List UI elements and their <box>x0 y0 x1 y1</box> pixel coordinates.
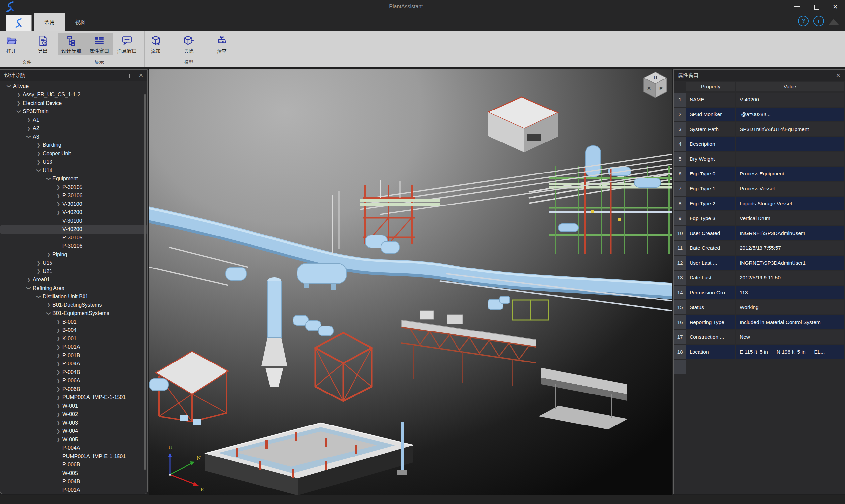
property-value-cell[interactable]: New <box>736 330 844 344</box>
chevron-right-icon[interactable]: ❯ <box>35 160 42 165</box>
tree-item[interactable]: ❯Refining Area <box>0 284 147 292</box>
close-panel-icon[interactable]: ✕ <box>836 72 841 79</box>
property-name-cell[interactable]: Description <box>686 137 735 151</box>
property-name-cell[interactable]: Reporting Type <box>686 315 735 329</box>
tree-item[interactable]: ❯U13 <box>0 158 147 166</box>
chevron-right-icon[interactable]: ❯ <box>25 126 33 131</box>
tree-item[interactable]: ❯Cooper Unit <box>0 149 147 158</box>
tree-item[interactable]: ❯A3 <box>0 132 147 141</box>
property-name-cell[interactable]: Eqp Type 2 <box>686 197 735 211</box>
chevron-right-icon[interactable]: ❯ <box>45 252 52 257</box>
tree-item[interactable]: ❯Piping <box>0 250 147 259</box>
property-name-cell[interactable]: Eqp Type 0 <box>686 167 735 181</box>
property-value-cell[interactable]: E 115 ft 5 in N 196 ft 5 in EL... <box>736 345 844 359</box>
tree-item[interactable]: ❯Equipment <box>0 175 147 183</box>
property-name-cell[interactable]: System Path <box>686 122 735 136</box>
chevron-right-icon[interactable]: ❯ <box>54 210 63 215</box>
chevron-right-icon[interactable]: ❯ <box>35 260 42 266</box>
tree-item[interactable]: ❯Distillation Unit B01 <box>0 292 147 301</box>
chevron-down-icon[interactable]: ❯ <box>36 166 41 175</box>
chevron-right-icon[interactable]: ❯ <box>54 412 63 417</box>
tree-item[interactable]: ❯PUMP001A_IMP-E-1-1501 <box>0 394 147 402</box>
tree-scrollbar[interactable] <box>144 94 145 470</box>
float-panel-icon[interactable] <box>129 74 134 78</box>
open-button[interactable]: 打开 <box>0 33 25 55</box>
property-value-cell[interactable]: Liquids Storage Vessel <box>736 197 844 211</box>
tree-item[interactable]: ❯B01-DuctingSystems <box>0 301 147 309</box>
collapse-ribbon-icon[interactable] <box>828 19 839 25</box>
tree-item[interactable]: ❯K-001 <box>0 335 147 343</box>
chevron-right-icon[interactable]: ❯ <box>15 92 23 97</box>
tree-item[interactable]: ❯W-005 <box>0 435 147 444</box>
message-window-button[interactable]: 消息窗口 <box>113 33 141 55</box>
property-name-cell[interactable]: Date Last ... <box>686 271 735 285</box>
viewport-3d[interactable]: U S E U N E <box>149 69 672 495</box>
property-value-cell[interactable]: 2012/5/19 9:11:50 <box>736 271 844 285</box>
tree-item[interactable]: W-005 <box>0 469 147 478</box>
tree-item[interactable]: ❯V-40200 <box>0 209 147 217</box>
property-value-cell[interactable]: Vertical Drum <box>736 212 844 225</box>
tree-item[interactable]: ❯U21 <box>0 267 147 276</box>
property-column-header[interactable]: Property <box>686 82 735 91</box>
tree-item[interactable]: P-30105 <box>0 234 147 242</box>
chevron-right-icon[interactable]: ❯ <box>54 437 63 442</box>
property-value-cell[interactable]: INGRNET\SP3DAdminUser1 <box>736 256 844 270</box>
tree-item[interactable]: ❯P-006A <box>0 377 147 385</box>
property-value-cell[interactable]: INGRNET\SP3DAdminUser1 <box>736 226 844 240</box>
property-name-cell[interactable]: NAME <box>686 93 735 107</box>
property-name-cell[interactable]: User Created <box>686 226 735 240</box>
chevron-right-icon[interactable]: ❯ <box>35 151 42 156</box>
property-value-cell[interactable] <box>736 152 844 166</box>
tree-item[interactable]: P-004A <box>0 444 147 452</box>
chevron-down-icon[interactable]: ❯ <box>27 284 31 292</box>
property-name-cell[interactable]: Dry Weight <box>686 152 735 166</box>
tree-item[interactable]: P-001A <box>0 486 147 494</box>
chevron-down-icon[interactable]: ❯ <box>6 83 12 90</box>
design-navigation-button[interactable]: 设计导航 <box>58 33 86 55</box>
restore-button[interactable] <box>807 0 826 13</box>
tree-item[interactable]: ❯P-006B <box>0 385 147 394</box>
tree-item[interactable]: V-30100 <box>0 217 147 225</box>
chevron-right-icon[interactable]: ❯ <box>54 336 63 341</box>
chevron-right-icon[interactable]: ❯ <box>45 303 52 307</box>
property-value-cell[interactable] <box>736 137 844 151</box>
property-value-cell[interactable]: V-40200 <box>736 93 844 107</box>
tree-item[interactable]: ❯Building <box>0 141 147 150</box>
tree-item[interactable]: ❯W-002 <box>0 410 147 419</box>
chevron-down-icon[interactable]: ❯ <box>46 309 51 317</box>
chevron-right-icon[interactable]: ❯ <box>54 361 63 366</box>
tree-item[interactable]: ❯P-004A <box>0 360 147 368</box>
float-panel-icon[interactable] <box>827 74 831 78</box>
tree-item[interactable]: ❯All.vue <box>0 82 147 91</box>
tree-item[interactable]: ❯W-004 <box>0 427 147 436</box>
chevron-right-icon[interactable]: ❯ <box>54 386 63 392</box>
close-button[interactable]: ✕ <box>826 0 845 13</box>
clear-button[interactable]: 清空 <box>208 33 235 55</box>
tree-item[interactable]: ❯P-30106 <box>0 192 147 200</box>
chevron-right-icon[interactable]: ❯ <box>54 193 63 198</box>
chevron-down-icon[interactable]: ❯ <box>27 133 31 141</box>
tree-item[interactable]: ❯U14 <box>0 166 147 175</box>
chevron-right-icon[interactable]: ❯ <box>15 101 23 106</box>
chevron-right-icon[interactable]: ❯ <box>54 201 63 206</box>
chevron-right-icon[interactable]: ❯ <box>25 118 33 122</box>
tree-item[interactable]: ❯B-001 <box>0 318 147 326</box>
chevron-right-icon[interactable]: ❯ <box>54 319 63 324</box>
info-button[interactable]: i <box>813 16 824 26</box>
chevron-right-icon[interactable]: ❯ <box>35 269 42 274</box>
property-name-cell[interactable]: Construction ... <box>686 330 735 344</box>
help-button[interactable]: ? <box>798 16 809 26</box>
property-name-cell[interactable]: Date Created <box>686 241 735 255</box>
property-value-cell[interactable]: @a=0028!!... <box>736 108 844 121</box>
chevron-right-icon[interactable]: ❯ <box>54 403 63 408</box>
remove-button[interactable]: 去除 <box>175 33 203 55</box>
tree-item[interactable]: ❯P-30105 <box>0 183 147 192</box>
close-panel-icon[interactable]: ✕ <box>139 72 143 79</box>
tree-item[interactable]: ❯B-004 <box>0 326 147 335</box>
tree-item[interactable]: ❯V-30100 <box>0 200 147 209</box>
tree-item[interactable]: PUMP001A_IMP-E-1-1501 <box>0 452 147 461</box>
tree-item[interactable]: ❯P-004B <box>0 368 147 377</box>
property-value-cell[interactable]: SP3DTrain\A3\U14\Equipment <box>736 122 844 136</box>
tree-item[interactable]: ❯Electrical Device <box>0 99 147 108</box>
tree-item[interactable]: ❯Assy_FR_UC_CS_1-1-2 <box>0 91 147 99</box>
